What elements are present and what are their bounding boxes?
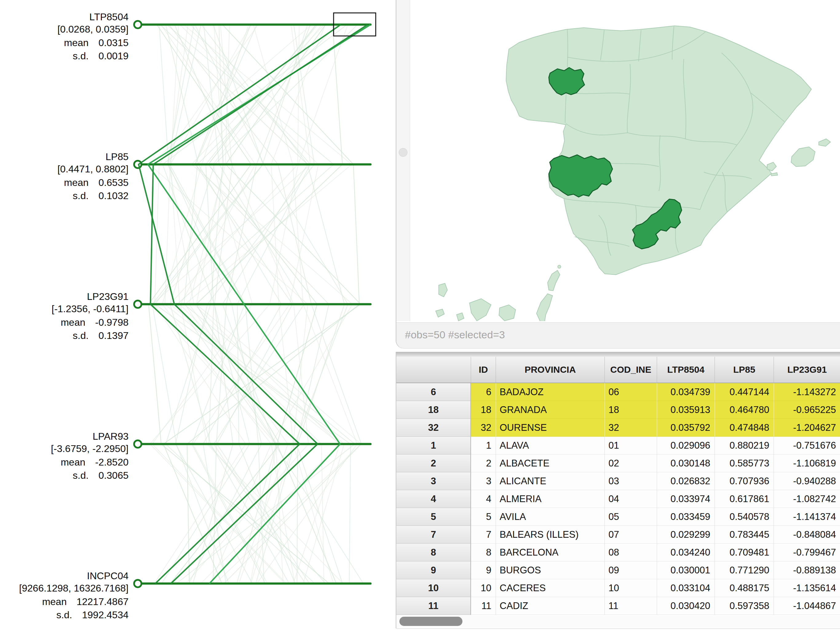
table-row[interactable]: 33ALICANTE030.0268320.707936-0.940288 (396, 472, 840, 490)
table-row[interactable]: 88BARCELONA080.0342400.709481-0.799467 (396, 544, 840, 561)
axis-endpoint-circle[interactable] (134, 580, 141, 587)
cell-ltp8504: 0.029096 (657, 437, 715, 454)
axis-label-ltp8504-line4: s.d. 0.0019 (73, 50, 128, 61)
map-scrollbar-thumb[interactable] (399, 148, 407, 157)
axis-label-lp85-line3: mean 0.6535 (64, 177, 128, 188)
map-vertical-scrollbar[interactable] (396, 0, 410, 321)
spain-provinces-map[interactable] (396, 0, 840, 321)
cell-lp85: 0.707936 (715, 472, 774, 490)
cell-provincia: ALICANTE (496, 472, 605, 490)
cell-lp23g91: -0.799467 (774, 544, 840, 561)
cell-ltp8504: 0.030001 (657, 561, 715, 579)
column-header-ID[interactable]: ID (471, 357, 496, 383)
balearic-islands[interactable] (767, 139, 831, 176)
cell-lp23g91: -0.940288 (774, 472, 840, 490)
table-row[interactable]: 1010CACERES100.0331040.488175-1.135614 (396, 579, 840, 597)
pcp-axis-labels: LTP8504[0.0268, 0.0359]mean 0.0315s.d. 0… (19, 11, 128, 620)
cell-ltp8504: 0.026832 (657, 472, 715, 490)
axis-label-lpar93-line1: LPAR93 (93, 431, 128, 442)
row-number[interactable]: 6 (396, 383, 471, 401)
axis-label-lpar93-line2: [-3.6759, -2.2950] (51, 443, 128, 454)
cell-id: 9 (471, 561, 496, 579)
cell-lp85: 0.540578 (715, 508, 774, 526)
axis-endpoint-circle[interactable] (134, 440, 141, 448)
cell-lp85: 0.880219 (715, 437, 774, 454)
map-region-peninsula[interactable] (506, 26, 812, 275)
table-row[interactable]: 44ALMERIA040.0339740.617861-1.082742 (396, 490, 840, 508)
axis-endpoint-circle[interactable] (134, 21, 141, 28)
cell-ltp8504: 0.035792 (657, 419, 715, 437)
row-number[interactable]: 32 (396, 419, 471, 437)
parallel-coordinates-plot[interactable]: LTP8504[0.0268, 0.0359]mean 0.0315s.d. 0… (0, 0, 383, 637)
cell-cod-ine: 04 (605, 490, 657, 508)
axis-endpoint-circle[interactable] (134, 161, 141, 168)
table-row[interactable]: 1818GRANADA180.0359130.464780-0.965225 (396, 401, 840, 419)
table-window-top-edge (396, 352, 840, 357)
table-row[interactable]: 99BURGOS090.0300010.771290-0.889138 (396, 561, 840, 579)
column-header-COD_INE[interactable]: COD_INE (605, 357, 657, 383)
table-scrollbar-thumb[interactable] (399, 617, 463, 626)
axis-label-lp85-line1: LP85 (106, 151, 128, 162)
table-row[interactable]: 1111CADIZ110.0304200.597358-1.044867 (396, 597, 840, 615)
row-number[interactable]: 4 (396, 490, 471, 508)
column-header-LP23G91[interactable]: LP23G91 (774, 357, 840, 383)
row-number[interactable]: 3 (396, 472, 471, 490)
table-row[interactable]: 11ALAVA010.0290960.880219-0.751676 (396, 437, 840, 454)
table-row[interactable]: 66BADAJOZ060.0347390.447144-1.143272 (396, 383, 840, 401)
column-header-LTP8504[interactable]: LTP8504 (657, 357, 715, 383)
table-row[interactable]: 3232OURENSE320.0357920.474848-1.204627 (396, 419, 840, 437)
row-number[interactable]: 8 (396, 544, 471, 561)
row-number[interactable]: 10 (396, 579, 471, 597)
cell-ltp8504: 0.030420 (657, 597, 715, 615)
app-canvas: LTP8504[0.0268, 0.0359]mean 0.0315s.d. 0… (0, 0, 840, 637)
axis-label-lpar93-line4: s.d. 0.3065 (73, 470, 128, 481)
axis-label-lpar93-line3: mean -2.8520 (61, 457, 128, 468)
row-number[interactable]: 18 (396, 401, 471, 419)
row-number[interactable]: 2 (396, 454, 471, 472)
cell-lp85: 0.488175 (715, 579, 774, 597)
canary-islands[interactable] (436, 265, 561, 321)
axis-endpoint-circle[interactable] (134, 301, 141, 308)
cell-id: 11 (471, 597, 496, 615)
table-horizontal-scrollbar[interactable] (396, 615, 840, 629)
row-number[interactable]: 9 (396, 561, 471, 579)
cell-id: 5 (471, 508, 496, 526)
table-row[interactable]: 77BALEARS (ILLES)070.0292990.783445-0.84… (396, 526, 840, 544)
cell-id: 3 (471, 472, 496, 490)
column-header-rownum[interactable] (396, 357, 471, 383)
cell-ltp8504: 0.034240 (657, 544, 715, 561)
table-row[interactable]: 22ALBACETE020.0301480.585773-1.106819 (396, 454, 840, 472)
row-number[interactable]: 11 (396, 597, 471, 615)
cell-cod-ine: 11 (605, 597, 657, 615)
table-row[interactable]: 55AVILA050.0334590.540578-1.141374 (396, 508, 840, 526)
cell-lp23g91: -0.751676 (774, 437, 840, 454)
cell-lp85: 0.585773 (715, 454, 774, 472)
cell-provincia: ALMERIA (496, 490, 605, 508)
cell-ltp8504: 0.030148 (657, 454, 715, 472)
axis-label-lp23g91-line4: s.d. 0.1397 (73, 330, 128, 341)
cell-lp85: 0.474848 (715, 419, 774, 437)
cell-id: 2 (471, 454, 496, 472)
cell-ltp8504: 0.033104 (657, 579, 715, 597)
cell-id: 6 (471, 383, 496, 401)
axis-label-incpc04-line1: INCPC04 (87, 570, 128, 581)
status-text: #obs=50 #selected=3 (396, 323, 840, 341)
cell-cod-ine: 06 (605, 383, 657, 401)
cell-lp85: 0.783445 (715, 526, 774, 544)
row-number[interactable]: 7 (396, 526, 471, 544)
column-header-LP85[interactable]: LP85 (715, 357, 774, 383)
cell-id: 18 (471, 401, 496, 419)
cell-provincia: CADIZ (496, 597, 605, 615)
cell-lp85: 0.464780 (715, 401, 774, 419)
cell-provincia: OURENSE (496, 419, 605, 437)
map-window: #obs=50 #selected=3 (396, 0, 840, 348)
axis-label-ltp8504-line1: LTP8504 (90, 11, 129, 22)
cell-lp23g91: -1.141374 (774, 508, 840, 526)
row-number[interactable]: 5 (396, 508, 471, 526)
column-header-PROVINCIA[interactable]: PROVINCIA (496, 357, 605, 383)
cell-cod-ine: 02 (605, 454, 657, 472)
cell-lp23g91: -0.889138 (774, 561, 840, 579)
row-number[interactable]: 1 (396, 437, 471, 454)
parallel-coordinates-panel[interactable]: LTP8504[0.0268, 0.0359]mean 0.0315s.d. 0… (0, 0, 383, 637)
axis-label-incpc04-line4: s.d. 1992.4534 (56, 609, 128, 620)
